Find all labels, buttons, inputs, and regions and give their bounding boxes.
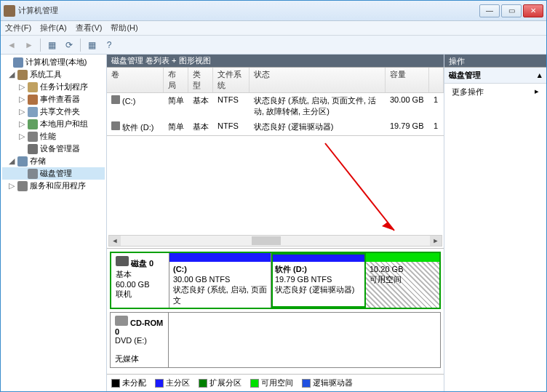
- help-button[interactable]: ?: [101, 37, 117, 53]
- cdrom-row[interactable]: CD-ROM 0 DVD (E:) 无媒体: [110, 312, 441, 368]
- cdrom-partitions: [169, 313, 440, 367]
- svg-marker-1: [382, 222, 394, 231]
- table-scroll-area: ◄ ►: [107, 136, 444, 248]
- legend-unalloc-swatch: [111, 379, 120, 388]
- partition-c[interactable]: (C:)30.00 GB NTFS状态良好 (系统, 启动, 页面文: [169, 253, 271, 308]
- disk-management-panel: 磁盘管理 卷列表 + 图形视图 卷 布局 类型 文件系统 状态 容量 (C:) …: [107, 55, 444, 391]
- toolbar: ◄ ► ▦ ⟳ ▦ ?: [1, 36, 546, 55]
- app-icon: [4, 5, 15, 17]
- col-extra[interactable]: [429, 68, 444, 92]
- menu-view[interactable]: 查看(V): [76, 23, 103, 33]
- actions-section[interactable]: 磁盘管理▴: [444, 68, 546, 84]
- legend-primary-swatch: [155, 379, 164, 388]
- table-header: 卷 布局 类型 文件系统 状态 容量: [107, 68, 444, 93]
- volume-icon: [111, 121, 120, 130]
- disk-0-info: 磁盘 0 基本 60.00 GB 联机: [111, 253, 169, 308]
- col-volume[interactable]: 卷: [107, 68, 164, 92]
- volume-row-d[interactable]: 软件 (D:) 简单 基本 NTFS 状态良好 (逻辑驱动器) 19.79 GB…: [107, 119, 444, 135]
- col-layout[interactable]: 布局: [164, 68, 188, 92]
- back-button[interactable]: ◄: [4, 37, 20, 53]
- close-button[interactable]: ✕: [523, 4, 543, 17]
- forward-button[interactable]: ►: [21, 37, 37, 53]
- volume-table[interactable]: 卷 布局 类型 文件系统 状态 容量 (C:) 简单 基本 NTFS 状态良好 …: [107, 68, 444, 136]
- chevron-up-icon: ▴: [538, 71, 542, 80]
- titlebar[interactable]: 计算机管理 — ▭ ✕: [1, 1, 546, 21]
- tree-shared-folders[interactable]: ▷共享文件夹: [2, 105, 105, 118]
- legend-extended-swatch: [199, 379, 207, 388]
- volume-row-c[interactable]: (C:) 简单 基本 NTFS 状态良好 (系统, 启动, 页面文件, 活动, …: [107, 93, 444, 119]
- tree-task-scheduler[interactable]: ▷任务计划程序: [2, 81, 105, 93]
- col-capacity[interactable]: 容量: [386, 68, 429, 92]
- scroll-right-button[interactable]: ►: [430, 236, 442, 246]
- maximize-button[interactable]: ▭: [501, 4, 522, 17]
- tree-services-apps[interactable]: ▷服务和应用程序: [2, 180, 105, 192]
- menu-help[interactable]: 帮助(H): [111, 23, 137, 33]
- svg-line-0: [325, 143, 394, 231]
- tree-panel[interactable]: 计算机管理(本地) ◢系统工具 ▷任务计划程序 ▷事件查看器 ▷共享文件夹 ▷本…: [1, 55, 107, 391]
- panel-header: 磁盘管理 卷列表 + 图形视图: [107, 55, 444, 68]
- tree-local-users[interactable]: ▷本地用户和组: [2, 118, 105, 130]
- tree-performance[interactable]: ▷性能: [2, 130, 105, 143]
- menubar: 文件(F) 操作(A) 查看(V) 帮助(H): [1, 21, 546, 36]
- disk-0-partitions: (C:)30.00 GB NTFS状态良好 (系统, 启动, 页面文 软件 (D…: [169, 253, 439, 308]
- partition-d-bar: [271, 253, 365, 262]
- disk-0-row[interactable]: 磁盘 0 基本 60.00 GB 联机 (C:)30.00 GB NTFS状态良…: [110, 252, 441, 309]
- horizontal-scrollbar[interactable]: ◄ ►: [108, 235, 442, 247]
- scroll-thumb[interactable]: [252, 236, 281, 245]
- menu-file[interactable]: 文件(F): [5, 23, 31, 33]
- disk-graphic-panel: 磁盘 0 基本 60.00 GB 联机 (C:)30.00 GB NTFS状态良…: [107, 248, 444, 374]
- col-type[interactable]: 类型: [188, 68, 213, 92]
- col-fs[interactable]: 文件系统: [213, 68, 249, 92]
- tree-event-viewer[interactable]: ▷事件查看器: [2, 93, 105, 105]
- partition-d[interactable]: 软件 (D:)19.79 GB NTFS状态良好 (逻辑驱动器): [271, 253, 366, 308]
- cdrom-icon: [115, 316, 128, 326]
- legend-logical-swatch: [302, 379, 311, 388]
- actions-header: 操作: [444, 55, 546, 68]
- partition-free[interactable]: 10.20 GB可用空间: [366, 253, 439, 308]
- window-title: 计算机管理: [18, 5, 479, 16]
- legend: 未分配 主分区 扩展分区 可用空间 逻辑驱动器: [107, 374, 444, 391]
- tree-root[interactable]: 计算机管理(本地): [2, 56, 105, 68]
- toolbar-icon-1[interactable]: ▦: [44, 37, 60, 53]
- annotation-arrow: [107, 136, 427, 267]
- partition-free-bar: [366, 253, 439, 262]
- chevron-right-icon: ▸: [535, 87, 539, 96]
- partition-c-bar: [169, 253, 271, 262]
- refresh-button[interactable]: ⟳: [61, 37, 77, 53]
- toolbar-icon-2[interactable]: ▦: [84, 37, 100, 53]
- tree-storage[interactable]: ◢存储: [2, 155, 105, 167]
- menu-action[interactable]: 操作(A): [40, 23, 67, 33]
- legend-free-swatch: [250, 379, 259, 388]
- cdrom-info: CD-ROM 0 DVD (E:) 无媒体: [111, 313, 169, 367]
- volume-icon: [111, 95, 120, 104]
- main-window: 计算机管理 — ▭ ✕ 文件(F) 操作(A) 查看(V) 帮助(H) ◄ ► …: [0, 0, 547, 392]
- scroll-left-button[interactable]: ◄: [109, 236, 121, 246]
- col-status[interactable]: 状态: [249, 68, 386, 92]
- content-area: 计算机管理(本地) ◢系统工具 ▷任务计划程序 ▷事件查看器 ▷共享文件夹 ▷本…: [1, 55, 546, 391]
- tree-system-tools[interactable]: ◢系统工具: [2, 68, 105, 81]
- tree-device-manager[interactable]: 设备管理器: [2, 143, 105, 155]
- tree-disk-management[interactable]: 磁盘管理: [2, 167, 105, 180]
- minimize-button[interactable]: —: [479, 4, 500, 17]
- actions-panel: 操作 磁盘管理▴ 更多操作▸: [444, 55, 546, 391]
- disk-icon: [116, 256, 129, 266]
- more-actions-item[interactable]: 更多操作▸: [444, 84, 546, 100]
